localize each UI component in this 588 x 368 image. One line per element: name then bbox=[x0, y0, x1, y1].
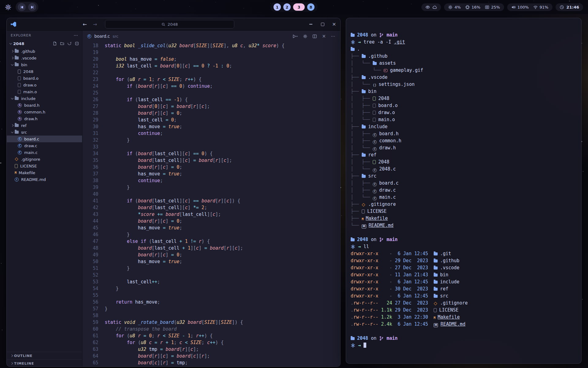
terminal-output-line: ├── include bbox=[351, 123, 576, 130]
clock-widget[interactable]: 21:46 bbox=[556, 3, 583, 11]
code-line: 24 if (board[r][c] == 0) continue; bbox=[82, 83, 340, 90]
code-line: 40 bbox=[82, 191, 340, 197]
close-editor-icon[interactable]: × bbox=[322, 33, 326, 39]
explorer-item-.github[interactable]: .github bbox=[7, 48, 82, 55]
collapse-all-icon[interactable] bbox=[75, 41, 79, 46]
explorer-item-LICENSE[interactable]: LICENSE bbox=[7, 163, 82, 169]
terminal-output-line: │ ├── board.o bbox=[351, 102, 576, 109]
timeline-panel[interactable]: TIMELINE bbox=[7, 359, 82, 367]
explorer-item-2048[interactable]: 2048 bbox=[7, 68, 82, 75]
code-line: 57} bbox=[82, 305, 340, 312]
header-icon: h bbox=[18, 103, 22, 107]
code-line: 28 board[r][c] = 0; bbox=[82, 110, 340, 117]
line-number: 49 bbox=[82, 251, 98, 258]
settings-gear-icon[interactable] bbox=[303, 34, 307, 39]
new-file-icon[interactable] bbox=[53, 41, 57, 46]
explorer-item-ref[interactable]: ref bbox=[7, 122, 82, 129]
explorer-item-README.md[interactable]: iREADME.md bbox=[7, 176, 82, 183]
object-icon bbox=[18, 76, 21, 80]
breadcrumb-dir: src bbox=[113, 34, 119, 39]
wifi-stat: 91% bbox=[533, 5, 548, 10]
weather-widget[interactable] bbox=[421, 3, 441, 11]
nav-back-icon[interactable]: ← bbox=[83, 21, 87, 27]
editor-breadcrumb[interactable]: C board.c src × bbox=[82, 31, 340, 42]
chevron-icon bbox=[10, 130, 15, 135]
outline-panel[interactable]: OUTLINE bbox=[7, 352, 82, 359]
media-prev-button[interactable] bbox=[18, 3, 26, 11]
line-number: 61 bbox=[82, 332, 98, 339]
line-number: 57 bbox=[82, 305, 98, 312]
line-number: 41 bbox=[82, 197, 98, 204]
explorer-item-draw.h[interactable]: hdraw.h bbox=[7, 115, 82, 122]
close-button[interactable]: × bbox=[332, 22, 337, 27]
chevron-spacer bbox=[10, 170, 15, 175]
explorer-item-main.c[interactable]: Cmain.c bbox=[7, 149, 82, 156]
explorer-header: EXPLORER bbox=[7, 31, 82, 40]
more-actions-icon[interactable] bbox=[331, 34, 335, 39]
explorer-item-board.c[interactable]: Cboard.c bbox=[7, 136, 82, 142]
chevron-spacer bbox=[13, 76, 18, 81]
code-line: 41 if (board[last_cell][c] == board[r][c… bbox=[82, 197, 340, 204]
terminal-output-line: │ ├── Cdraw.c bbox=[351, 187, 576, 194]
line-number: 55 bbox=[82, 292, 98, 299]
code-line: 63 u32 tmp = board[r][c]; bbox=[82, 346, 340, 353]
explorer-item-src[interactable]: src bbox=[7, 129, 82, 136]
git-icon bbox=[362, 203, 365, 206]
explorer-item-draw.o[interactable]: draw.o bbox=[7, 82, 82, 88]
terminal-output-line: │ └── Cmain.c bbox=[351, 194, 576, 201]
explorer-item-.vscode[interactable]: .vscode bbox=[7, 55, 82, 61]
explorer-item-board.o[interactable]: board.o bbox=[7, 75, 82, 82]
line-number: 23 bbox=[82, 76, 98, 83]
explorer-item-Makefile[interactable]: MMakefile bbox=[7, 169, 82, 176]
explorer-item-main.o[interactable]: main.o bbox=[7, 88, 82, 95]
doc-icon bbox=[362, 209, 365, 213]
code-line: 64 board[r][c] = board[c][r]; bbox=[82, 353, 340, 359]
code-line: 48 board[last_cell + 1][c] = board[r][c]… bbox=[82, 245, 340, 251]
workspace-switcher: 1238 bbox=[270, 2, 318, 12]
maximize-button[interactable] bbox=[320, 22, 325, 27]
media-next-button[interactable] bbox=[28, 3, 36, 11]
workspace-1[interactable]: 1 bbox=[273, 3, 281, 11]
explorer-item-common.h[interactable]: hcommon.h bbox=[7, 109, 82, 115]
split-editor-icon[interactable] bbox=[312, 34, 317, 39]
folder-icon bbox=[15, 97, 19, 100]
terminal-output-line: │ ├── Cboard.c bbox=[351, 180, 576, 187]
workspace-8[interactable]: 8 bbox=[307, 3, 315, 11]
doc-icon bbox=[434, 308, 437, 312]
explorer-item-board.h[interactable]: hboard.h bbox=[7, 102, 82, 109]
c-icon: C bbox=[373, 190, 377, 194]
bin-icon bbox=[373, 97, 376, 101]
workspace-3[interactable]: 3 bbox=[293, 3, 305, 11]
terminal-body[interactable]: 2048 on main → tree -a -I .git.├── .gith… bbox=[346, 18, 581, 354]
nav-forward-icon[interactable]: → bbox=[93, 21, 97, 27]
audio-network-widget[interactable]: 100% 91% bbox=[507, 3, 552, 11]
explorer-more-icon[interactable] bbox=[74, 33, 78, 38]
terminal-output-line: │ ├── 2048 bbox=[351, 159, 576, 166]
vscode-titlebar[interactable]: ← → 2048 × bbox=[7, 18, 340, 31]
explorer-root-row[interactable]: 2048 bbox=[7, 40, 82, 47]
terminal-output-line: .rw-r--r-- 1.1k 29 Dec 2023 LICENSE bbox=[351, 307, 576, 314]
code-area[interactable]: 18static bool _slide_col(u32 board[SIZE]… bbox=[82, 42, 340, 367]
minimize-button[interactable] bbox=[308, 22, 313, 27]
explorer-item-bin[interactable]: bin bbox=[7, 61, 82, 68]
run-code-icon[interactable] bbox=[292, 34, 298, 39]
chevron-spacer bbox=[13, 109, 18, 114]
obj-icon bbox=[373, 104, 376, 108]
workspace-2[interactable]: 2 bbox=[283, 3, 291, 11]
skip-next-icon bbox=[30, 5, 35, 10]
project-root-label: 2048 bbox=[13, 41, 24, 46]
explorer-item-.gitignore[interactable]: .gitignore bbox=[7, 156, 82, 163]
editor-actions: × bbox=[292, 33, 335, 39]
system-logo-gear-icon[interactable] bbox=[5, 4, 11, 10]
chevron-spacer bbox=[13, 143, 18, 148]
command-center-search[interactable]: 2048 bbox=[105, 20, 234, 29]
explorer-item-label: main.c bbox=[24, 150, 38, 155]
code-line: 34 if (board[last_cell][c] == 0) { bbox=[82, 150, 340, 157]
explorer-item-include[interactable]: include bbox=[7, 95, 82, 102]
line-number: 63 bbox=[82, 346, 98, 353]
explorer-tree: .github.vscodebin2048board.odraw.omain.o… bbox=[7, 47, 82, 352]
explorer-item-draw.c[interactable]: Cdraw.c bbox=[7, 142, 82, 149]
new-folder-icon[interactable] bbox=[60, 41, 64, 46]
refresh-icon[interactable] bbox=[67, 41, 72, 46]
system-stats[interactable]: 4% 16% 25% bbox=[444, 3, 504, 11]
